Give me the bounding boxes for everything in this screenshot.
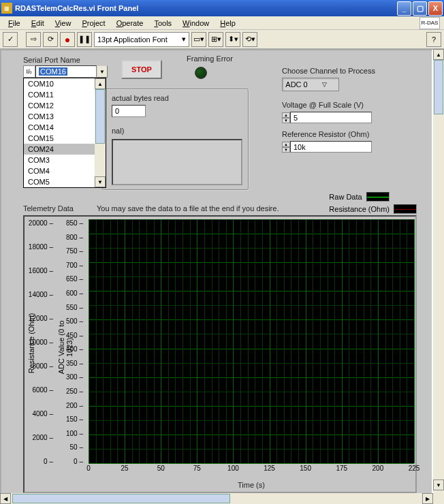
rdas-icon[interactable]: R-DAS [419, 17, 440, 29]
check-icon[interactable]: ✓ [3, 32, 18, 47]
menu-help[interactable]: Help [215, 18, 241, 29]
resize-icon[interactable]: ⬍▾ [225, 32, 240, 47]
channel-select[interactable]: ADC 0▽ [282, 78, 339, 91]
close-button[interactable]: X [428, 1, 443, 16]
serial-port-dropdown-list: ▲ ▼ COM10COM11COM12COM13COM14COM15COM24C… [23, 78, 106, 188]
framing-error-label: Framing Error [187, 54, 233, 63]
legend-raw-swatch[interactable] [366, 192, 390, 202]
serial-port-dropdown-button[interactable]: ▼ [97, 65, 108, 78]
bytes-panel: actual bytes read 0 nal) [102, 89, 249, 191]
chart-legend: Raw Data Resistance (Ohm) [329, 191, 417, 215]
data-textarea[interactable] [112, 139, 242, 185]
dropdown-item[interactable]: COM15 [24, 133, 95, 144]
serial-port-combo[interactable]: COM16 [35, 65, 97, 78]
menu-window[interactable]: Window [177, 18, 215, 29]
help-icon[interactable]: ? [426, 32, 441, 47]
dropdown-item[interactable]: COM24 [24, 144, 95, 155]
bytes-read-label: actual bytes read [112, 94, 169, 102]
telemetry-label: Telemetry Data [23, 204, 74, 212]
horizontal-scrollbar[interactable]: ◀ ▶ [0, 493, 433, 504]
menu-edit[interactable]: Edit [26, 18, 50, 29]
window-title: RDASTelemCalcRes.vi Front Panel [15, 4, 397, 12]
pause-icon[interactable]: ❚❚ [77, 32, 92, 47]
dropdown-item[interactable]: COM13 [24, 111, 95, 122]
menu-project[interactable]: Project [76, 18, 110, 29]
titlebar: ▦ RDASTelemCalcRes.vi Front Panel _ ▢ X [0, 0, 444, 16]
framing-error-led [195, 67, 207, 79]
legend-raw-label: Raw Data [329, 193, 362, 201]
resistor-spinner[interactable]: ▲▼ [282, 142, 290, 153]
menu-view[interactable]: View [50, 18, 77, 29]
dropdown-item[interactable]: COM10 [24, 78, 95, 89]
legend-resistance-swatch[interactable] [394, 204, 417, 214]
scroll-left-icon[interactable]: ◀ [0, 493, 11, 504]
front-panel: Serial Port Name I/₀ COM16 ▼ ▲ ▼ COM10CO… [0, 49, 433, 499]
abort-icon[interactable]: ● [60, 32, 75, 47]
scroll-up-icon[interactable]: ▲ [95, 78, 106, 89]
menubar: File Edit View Project Operate Tools Win… [0, 16, 444, 30]
font-select[interactable]: 13pt Application Font [94, 32, 189, 47]
bytes-read-value: 0 [112, 105, 146, 117]
plot-area[interactable] [89, 219, 414, 463]
telemetry-chart: 0 –2000 –4000 –6000 –8000 –10000 –12000 … [23, 215, 417, 493]
x-label: Time (s) [89, 481, 414, 489]
y1-label: Resistance (Ohm) [27, 309, 35, 377]
io-icon: I/₀ [23, 65, 35, 78]
serial-port-label: Serial Port Name [23, 56, 108, 64]
menu-file[interactable]: File [3, 18, 26, 29]
voltage-spinner[interactable]: ▲▼ [282, 112, 290, 123]
dropdown-item[interactable]: COM4 [24, 166, 95, 176]
reorder-icon[interactable]: ⟲▾ [242, 32, 257, 47]
scroll-right-icon[interactable]: ▶ [422, 493, 433, 504]
align-icon[interactable]: ▭▾ [191, 32, 206, 47]
resistor-input[interactable]: 10k [290, 141, 372, 153]
dropdown-item[interactable]: COM14 [24, 122, 95, 133]
dropdown-item[interactable]: COM3 [24, 155, 95, 166]
voltage-input[interactable]: 5 [290, 112, 372, 123]
scroll-up-icon[interactable]: ▲ [433, 49, 444, 60]
run-continuous-icon[interactable]: ⟳ [43, 32, 58, 47]
voltage-label: Voltage @ Full Scale (V) [282, 101, 375, 109]
dropdown-item[interactable]: COM5 [24, 176, 95, 187]
menu-operate[interactable]: Operate [111, 18, 149, 29]
dropdown-item[interactable]: COM12 [24, 100, 95, 111]
save-note: You may save the data to a file at the e… [97, 204, 279, 212]
distribute-icon[interactable]: ⊞▾ [208, 32, 223, 47]
app-icon: ▦ [1, 3, 12, 14]
legend-resistance-label: Resistance (Ohm) [329, 205, 390, 213]
resistor-label: Reference Resistor (Ohm) [282, 130, 375, 138]
stop-button[interactable]: STOP [121, 60, 162, 79]
run-icon[interactable]: ⇨ [26, 32, 41, 47]
maximize-button[interactable]: ▢ [413, 1, 427, 16]
dropdown-item[interactable]: COM11 [24, 89, 95, 100]
vertical-scrollbar[interactable]: ▲ ▼ [433, 49, 444, 490]
channel-label: Choose Channel to Process [282, 67, 375, 75]
y2-label: ADC Value (0 to 1023) [57, 313, 74, 381]
toolbar: ✓ ⇨ ⟳ ● ❚❚ 13pt Application Font ▭▾ ⊞▾ ⬍… [0, 30, 444, 49]
menu-tools[interactable]: Tools [148, 18, 177, 29]
scroll-down-icon[interactable]: ▼ [95, 176, 106, 187]
optional-label: nal) [112, 127, 124, 135]
minimize-button[interactable]: _ [397, 1, 411, 16]
scroll-down-icon[interactable]: ▼ [433, 479, 444, 490]
